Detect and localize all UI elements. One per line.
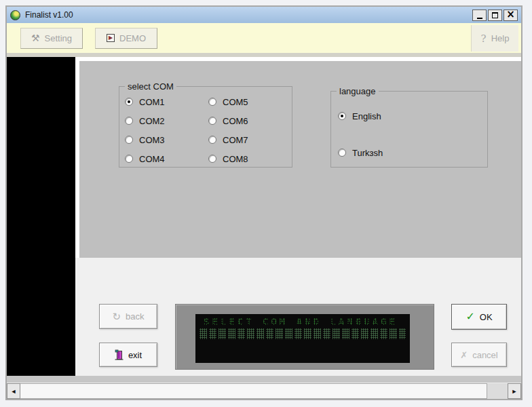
action-panel: ↻ back exit SELECT <box>75 258 521 376</box>
select-com-groupbox: select COM COM1 COM2 COM3 <box>119 86 292 168</box>
radio-unselected-icon <box>208 155 216 163</box>
demo-label: DEMO <box>119 33 146 43</box>
radio-label: COM1 <box>139 97 165 107</box>
radio-label: English <box>352 111 381 121</box>
settings-panel: select COM COM1 COM2 COM3 <box>79 61 521 258</box>
cancel-x-icon: ✗ <box>460 351 468 360</box>
led-text: SELECT COM AND LANGUAGE <box>204 316 410 327</box>
window-controls: × <box>472 9 518 21</box>
led-display: SELECT COM AND LANGUAGE <box>175 304 434 370</box>
radio-label: COM3 <box>139 135 165 145</box>
desktop: Finalist v1.00 × ⚒ Setting ▶ DEMO ? Help <box>0 0 532 407</box>
scrollbar-thumb[interactable] <box>20 383 487 399</box>
exit-button[interactable]: exit <box>99 343 157 367</box>
back-button[interactable]: ↻ back <box>99 304 157 329</box>
radio-label: COM4 <box>139 154 165 164</box>
toolbar: ⚒ Setting ▶ DEMO ? Help <box>7 23 521 53</box>
back-refresh-icon: ↻ <box>112 311 121 322</box>
radio-label: COM8 <box>223 154 248 164</box>
exit-door-icon <box>115 349 124 360</box>
close-icon: × <box>506 9 515 20</box>
scrollbar-track[interactable] <box>487 383 508 399</box>
radio-unselected-icon <box>125 136 133 144</box>
radio-unselected-icon <box>125 155 133 163</box>
scroll-right-button[interactable]: ► <box>508 383 521 399</box>
back-label: back <box>126 311 144 322</box>
content-panel: select COM COM1 COM2 COM3 <box>75 57 521 376</box>
window-title: Finalist v1.00 <box>25 10 468 20</box>
scroll-right-icon: ► <box>512 388 518 395</box>
ok-check-icon: ✓ <box>466 311 474 322</box>
scroll-left-button[interactable]: ◄ <box>7 383 20 399</box>
title-bar: Finalist v1.00 × <box>7 7 521 23</box>
radio-option-com6[interactable]: COM6 <box>208 115 248 126</box>
radio-option-com3[interactable]: COM3 <box>125 134 165 145</box>
radio-option-com2[interactable]: COM2 <box>125 115 165 126</box>
radio-label: COM5 <box>223 97 248 107</box>
radio-label: COM7 <box>223 135 248 145</box>
led-dot-row <box>200 328 406 339</box>
close-button[interactable]: × <box>504 9 518 21</box>
radio-option-com1[interactable]: COM1 <box>125 96 165 107</box>
radio-unselected-icon <box>208 117 216 125</box>
language-groupbox: language English Turkɜsh <box>330 91 488 168</box>
ok-label: OK <box>480 312 493 322</box>
setting-button[interactable]: ⚒ Setting <box>20 28 83 49</box>
radio-option-com5[interactable]: COM5 <box>208 96 248 107</box>
ok-button[interactable]: ✓ OK <box>451 304 507 330</box>
radio-label: COM6 <box>223 116 248 126</box>
radio-label: COM2 <box>139 116 165 126</box>
led-screen: SELECT COM AND LANGUAGE <box>195 314 410 363</box>
demo-button[interactable]: ▶ DEMO <box>95 28 157 49</box>
minimize-icon <box>477 18 482 19</box>
scroll-left-icon: ◄ <box>11 388 17 395</box>
maximize-icon <box>492 12 498 18</box>
radio-option-com7[interactable]: COM7 <box>208 134 248 145</box>
maximize-button[interactable] <box>488 9 502 21</box>
setting-icon: ⚒ <box>31 33 40 43</box>
cancel-button[interactable]: ✗ cancel <box>451 343 507 367</box>
sidebar-panel <box>7 57 75 376</box>
horizontal-scrollbar: ◄ ► <box>7 383 521 399</box>
client-area: select COM COM1 COM2 COM3 <box>7 57 521 376</box>
app-window: Finalist v1.00 × ⚒ Setting ▶ DEMO ? Help <box>5 5 522 400</box>
app-icon <box>10 10 20 20</box>
status-strip <box>7 376 521 383</box>
radio-unselected-icon <box>338 149 346 157</box>
cancel-label: cancel <box>472 350 498 360</box>
help-icon: ? <box>481 33 487 45</box>
radio-unselected-icon <box>125 117 133 125</box>
help-label: Help <box>491 33 510 43</box>
help-button[interactable]: ? Help <box>471 25 518 52</box>
minimize-button[interactable] <box>472 9 487 21</box>
radio-unselected-icon <box>208 98 216 106</box>
radio-option-english[interactable]: English <box>338 111 381 121</box>
radio-unselected-icon <box>208 136 216 144</box>
radio-option-com4[interactable]: COM4 <box>125 153 165 164</box>
exit-label: exit <box>128 350 142 360</box>
select-com-title: select COM <box>125 81 176 92</box>
radio-label: Turkɜsh <box>352 148 383 158</box>
radio-selected-icon <box>125 98 133 106</box>
radio-selected-icon <box>338 112 346 120</box>
language-title: language <box>337 86 379 96</box>
demo-play-icon: ▶ <box>107 34 115 42</box>
radio-option-com8[interactable]: COM8 <box>208 153 248 164</box>
radio-option-turkish[interactable]: Turkɜsh <box>338 147 383 158</box>
setting-label: Setting <box>45 33 72 43</box>
